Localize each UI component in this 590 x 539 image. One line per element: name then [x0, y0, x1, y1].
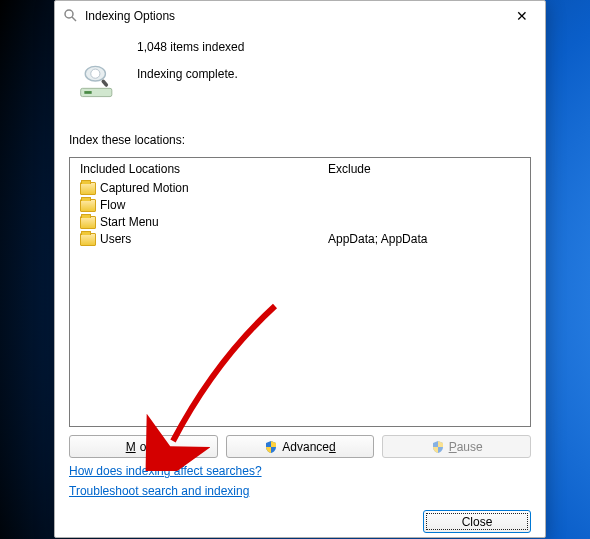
close-button[interactable]: Close	[423, 510, 531, 533]
exclude-cell	[328, 180, 520, 197]
col-exclude-header: Exclude	[322, 162, 520, 176]
location-name: Captured Motion	[100, 180, 189, 197]
indexed-count: 1,048 items indexed	[137, 39, 244, 56]
help-links: How does indexing affect searches? Troub…	[69, 464, 531, 498]
list-item[interactable]: Captured Motion	[80, 180, 322, 197]
index-locations-label: Index these locations:	[69, 133, 531, 147]
troubleshoot-link[interactable]: Troubleshoot search and indexing	[69, 484, 249, 498]
modify-button[interactable]: Modify	[69, 435, 218, 458]
svg-rect-6	[84, 91, 91, 94]
exclude-cell	[328, 197, 520, 214]
list-item[interactable]: Start Menu	[80, 214, 322, 231]
exclude-cell: AppData; AppData	[328, 231, 520, 248]
list-item[interactable]: Users	[80, 231, 322, 248]
close-button-x[interactable]: ✕	[499, 1, 545, 31]
button-row: Modify Advanced Pause	[69, 435, 531, 458]
magnifier-drive-icon	[69, 39, 121, 101]
folder-icon	[80, 199, 96, 212]
col-included-header: Included Locations	[80, 162, 322, 176]
location-name: Start Menu	[100, 214, 159, 231]
list-item[interactable]: Flow	[80, 197, 322, 214]
exclude-cell	[328, 214, 520, 231]
status-area: 1,048 items indexed Indexing complete.	[69, 37, 531, 111]
location-name: Flow	[100, 197, 125, 214]
dialog-title: Indexing Options	[85, 9, 175, 23]
folder-icon	[80, 182, 96, 195]
search-index-icon	[63, 8, 79, 24]
locations-list[interactable]: Included Locations Exclude Captured Moti…	[69, 157, 531, 427]
advanced-button[interactable]: Advanced	[226, 435, 375, 458]
index-status: Indexing complete.	[137, 66, 244, 83]
svg-point-3	[91, 69, 100, 78]
svg-rect-4	[101, 79, 109, 88]
folder-icon	[80, 216, 96, 229]
location-name: Users	[100, 231, 131, 248]
svg-line-1	[72, 17, 76, 21]
list-header: Included Locations Exclude	[70, 158, 530, 178]
close-icon: ✕	[516, 8, 528, 24]
shield-icon	[431, 440, 445, 454]
folder-icon	[80, 233, 96, 246]
shield-icon	[264, 440, 278, 454]
help-indexing-link[interactable]: How does indexing affect searches?	[69, 464, 262, 478]
pause-button: Pause	[382, 435, 531, 458]
svg-point-0	[65, 10, 73, 18]
titlebar: Indexing Options ✕	[55, 1, 545, 31]
indexing-options-dialog: Indexing Options ✕ 1,048 items indexed I…	[54, 0, 546, 538]
dialog-body: 1,048 items indexed Indexing complete. I…	[55, 31, 545, 539]
